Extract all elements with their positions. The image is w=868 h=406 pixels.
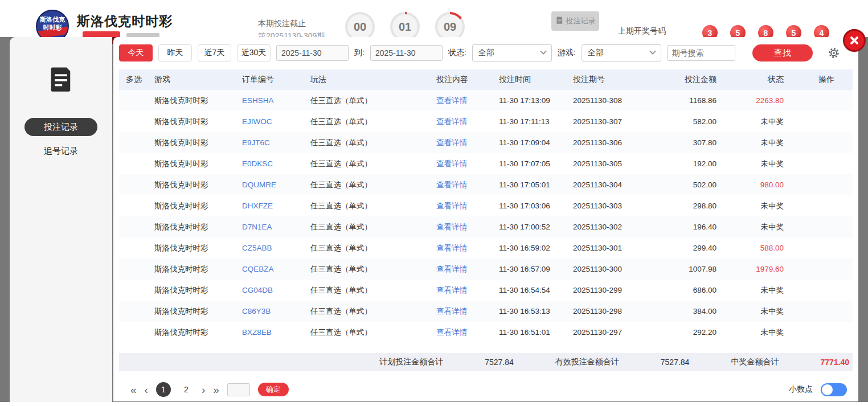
cell-play-type: 任三直选（单式）	[301, 264, 432, 274]
page-1-button[interactable]: 1	[156, 382, 171, 397]
to-label: 到:	[354, 48, 365, 58]
order-id-link[interactable]: CZ5ABB	[233, 244, 301, 252]
chevron-down-icon	[649, 48, 656, 55]
page-2-button[interactable]: 2	[179, 382, 194, 397]
filter-7days-button[interactable]: 近7天	[198, 44, 231, 61]
table-row: 斯洛伐克时时彩 DQUMRE 任三直选（单式） 查看详情 11-30 17:05…	[119, 174, 853, 195]
confirm-page-button[interactable]: 确定	[258, 383, 289, 396]
filter-30days-button[interactable]: 近30天	[237, 44, 271, 61]
cell-bet-time: 11-30 16:59:02	[492, 244, 566, 252]
cell-bet-amount: 307.80	[652, 138, 719, 147]
view-details-link[interactable]: 查看详情	[432, 264, 492, 274]
order-id-link[interactable]: D7N1EA	[233, 223, 301, 231]
filter-today-button[interactable]: 今天	[119, 44, 153, 61]
status-select[interactable]: 全部	[472, 44, 552, 61]
records-table: 多选 游戏 订单编号 玩法 投注内容 投注时间 投注期号 投注金额 状态 操作 …	[113, 69, 858, 343]
summary-row: 计划投注金额合计 7527.84 有效投注金额合计 7527.84 中奖金额合计…	[119, 353, 853, 371]
document-icon-large	[10, 64, 112, 94]
next-page-icon[interactable]: ›	[202, 384, 205, 395]
view-details-link[interactable]: 查看详情	[432, 327, 492, 338]
view-details-link[interactable]: 查看详情	[432, 180, 492, 190]
order-id-link[interactable]: CG04DB	[233, 286, 301, 294]
order-id-link[interactable]: DHXFZE	[233, 202, 301, 210]
view-details-link[interactable]: 查看详情	[432, 96, 492, 106]
table-row: 斯洛伐克时时彩 C86Y3B 任三直选（单式） 查看详情 11-30 16:53…	[119, 301, 853, 322]
cell-play-type: 任三直选（单式）	[301, 138, 432, 148]
sidebar-item-bet-records[interactable]: 投注记录	[24, 118, 97, 136]
order-id-link[interactable]: CQEBZA	[233, 265, 301, 273]
prev-page-icon[interactable]: ‹	[145, 384, 148, 395]
cell-status: 588.00	[719, 244, 786, 252]
cell-bet-amount: 192.00	[652, 159, 719, 168]
order-id-link[interactable]: ESHSHA	[233, 96, 301, 105]
close-icon[interactable]	[843, 29, 866, 52]
cell-bet-period: 20251130-303	[566, 202, 652, 210]
bet-records-button[interactable]: 投注记录	[551, 11, 599, 31]
chevron-down-icon	[540, 48, 546, 55]
filter-yesterday-button[interactable]: 昨天	[158, 44, 192, 61]
order-id-link[interactable]: EJIWOC	[233, 117, 301, 126]
view-details-link[interactable]: 查看详情	[432, 159, 492, 169]
table-row: 斯洛伐克时时彩 D7N1EA 任三直选（单式） 查看详情 11-30 17:00…	[119, 216, 853, 237]
cell-game: 斯洛伐克时时彩	[148, 96, 233, 106]
game-select[interactable]: 全部	[582, 44, 661, 61]
cell-status: 未中奖	[719, 222, 786, 232]
decimal-point-toggle[interactable]	[821, 383, 847, 396]
header-bet-content: 投注内容	[432, 75, 492, 85]
table-row: 斯洛伐克时时彩 EJIWOC 任三直选（单式） 查看详情 11-30 17:11…	[119, 111, 853, 132]
view-details-link[interactable]: 查看详情	[432, 201, 492, 211]
cell-bet-period: 20251130-300	[566, 265, 652, 273]
cell-play-type: 任三直选（单式）	[301, 201, 432, 211]
header-multiselect: 多选	[119, 75, 148, 85]
header-bet-amount: 投注金额	[652, 75, 719, 85]
sidebar-item-chase-records[interactable]: 追号记录	[24, 142, 97, 160]
order-id-link[interactable]: E9JT6C	[233, 138, 301, 147]
header-order-id: 订单编号	[233, 75, 301, 85]
cell-bet-time: 11-30 17:11:13	[492, 117, 566, 126]
cell-game: 斯洛伐克时时彩	[148, 201, 233, 211]
table-row: 斯洛伐克时时彩 E9JT6C 任三直选（单式） 查看详情 11-30 17:09…	[119, 132, 853, 153]
cell-bet-period: 20251130-301	[566, 244, 652, 252]
gear-icon[interactable]	[828, 47, 840, 59]
first-page-icon[interactable]: «	[130, 384, 137, 395]
header-operation: 操作	[786, 75, 840, 85]
game-select-value: 全部	[588, 48, 604, 58]
cell-bet-time: 11-30 17:05:01	[492, 181, 566, 189]
cell-status: 2263.80	[719, 96, 786, 105]
cell-bet-amount: 299.40	[652, 244, 719, 252]
pagination-bar: « ‹ 1 2 › » 确定 小数点	[113, 379, 858, 400]
cell-game: 斯洛伐克时时彩	[148, 306, 233, 317]
table-row: 斯洛伐克时时彩 ESHSHA 任三直选（单式） 查看详情 11-30 17:13…	[119, 90, 853, 111]
plan-total-label: 计划投注金额合计	[379, 357, 443, 367]
header-play-type: 玩法	[301, 75, 432, 85]
view-details-link[interactable]: 查看详情	[432, 117, 492, 127]
table-row: 斯洛伐克时时彩 CQEBZA 任三直选（单式） 查看详情 11-30 16:57…	[119, 259, 853, 280]
view-details-link[interactable]: 查看详情	[432, 285, 492, 296]
cell-bet-time: 11-30 16:53:13	[492, 307, 566, 315]
date-to-input[interactable]	[370, 45, 443, 61]
cell-game: 斯洛伐克时时彩	[148, 180, 233, 190]
view-details-link[interactable]: 查看详情	[432, 138, 492, 148]
order-id-link[interactable]: C86Y3B	[233, 307, 301, 315]
page-jump-input[interactable]	[227, 383, 250, 396]
period-search-input[interactable]	[667, 45, 735, 61]
cell-bet-amount: 292.20	[652, 328, 719, 337]
bet-records-modal: 今天 昨天 近7天 近30天 到: 状态: 全部 游戏: 全部 查找 多选 游戏…	[113, 37, 858, 401]
view-details-link[interactable]: 查看详情	[432, 222, 492, 232]
cell-bet-amount: 298.80	[652, 202, 719, 210]
last-page-icon[interactable]: »	[213, 384, 219, 395]
table-row: 斯洛伐克时时彩 E0DKSC 任三直选（单式） 查看详情 11-30 17:07…	[119, 153, 853, 174]
date-from-input[interactable]	[276, 45, 349, 61]
header-bet-period: 投注期号	[566, 75, 652, 85]
view-details-link[interactable]: 查看详情	[432, 243, 492, 253]
cell-bet-amount: 582.00	[652, 117, 719, 126]
order-id-link[interactable]: E0DKSC	[233, 159, 301, 168]
order-id-link[interactable]: DQUMRE	[233, 181, 301, 189]
find-button[interactable]: 查找	[752, 44, 813, 61]
plan-total-value: 7527.84	[485, 358, 514, 367]
cell-bet-time: 11-30 16:51:01	[492, 328, 566, 337]
cell-game: 斯洛伐克时时彩	[148, 222, 233, 232]
order-id-link[interactable]: BXZ8EB	[233, 328, 301, 337]
view-details-link[interactable]: 查看详情	[432, 306, 492, 317]
table-row: 斯洛伐克时时彩 BXZ8EB 任三直选（单式） 查看详情 11-30 16:51…	[119, 322, 853, 343]
